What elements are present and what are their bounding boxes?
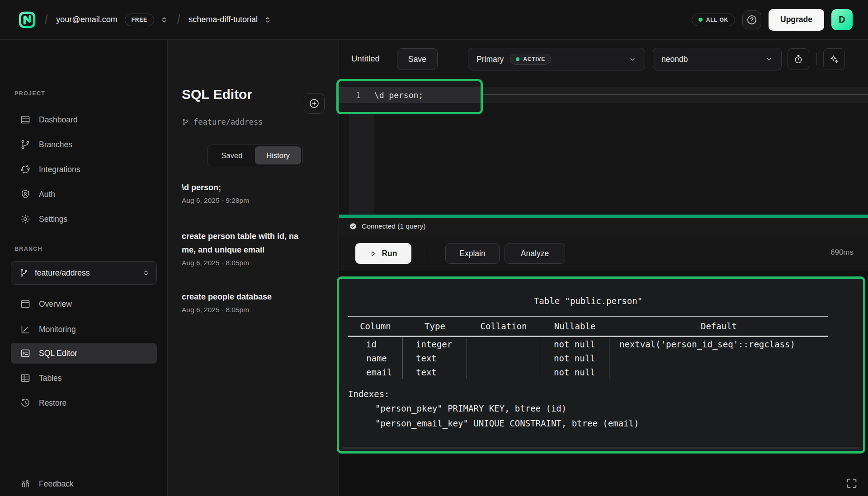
actions-row: Run Explain Analyze 690ms	[339, 235, 868, 271]
gear-icon	[20, 214, 31, 225]
status-dot-icon	[516, 57, 519, 61]
history-item-timestamp: Aug 6, 2025 - 9:28pm	[182, 197, 327, 205]
ai-assist-button[interactable]	[823, 48, 845, 70]
database-selector[interactable]: neondb	[653, 48, 782, 70]
sidebar-item-label: Branches	[39, 140, 72, 150]
panel-branch-name: feature/address	[193, 117, 263, 126]
query-duration: 690ms	[830, 248, 854, 257]
sidebar-item-feedback[interactable]: Feedback	[11, 473, 157, 494]
table-icon	[20, 373, 31, 384]
sidebar-item-branches[interactable]: Branches	[11, 134, 157, 155]
branch-selector[interactable]: feature/address	[11, 261, 157, 285]
auth-shield-icon	[20, 189, 31, 200]
column-header: Collation	[467, 321, 540, 331]
sidebar-item-label: Dashboard	[39, 115, 78, 125]
column-header: Nullable	[540, 321, 609, 331]
tab-history[interactable]: History	[255, 146, 301, 164]
tab-saved[interactable]: Saved	[209, 146, 255, 164]
sql-editor-panel: SQL Editor feature/address Saved History…	[168, 40, 339, 496]
topbar: / your@email.com FREE / schema-diff-tuto…	[0, 0, 868, 40]
run-button[interactable]: Run	[355, 243, 411, 264]
sidebar-item-label: Monitoring	[39, 325, 76, 334]
sidebar-item-label: Settings	[39, 215, 67, 224]
cell-type: text	[403, 353, 437, 363]
feedback-people-icon	[20, 478, 31, 489]
page-title: SQL Editor	[182, 87, 252, 102]
sidebar-item-tables[interactable]: Tables	[11, 368, 157, 388]
sidebar-item-label: Overview	[39, 299, 72, 309]
sidebar-item-label: Restore	[39, 398, 66, 408]
git-branch-icon	[19, 268, 28, 277]
sidebar-item-settings[interactable]: Settings	[11, 209, 157, 229]
cell-type: integer	[403, 339, 452, 349]
column-header: Type	[403, 321, 467, 331]
project-name[interactable]: schema-diff-tutorial	[189, 15, 258, 24]
code-line[interactable]: 1 \d person;	[339, 87, 481, 103]
query-tab-title[interactable]: Untitled	[351, 54, 380, 64]
cell-type: text	[403, 367, 437, 377]
project-switcher-chevrons-icon[interactable]	[263, 15, 272, 24]
new-query-button[interactable]	[304, 93, 325, 114]
check-circle-icon	[349, 222, 357, 230]
sql-editor-icon	[20, 348, 31, 359]
status-badge[interactable]: ALL OK	[692, 14, 735, 26]
sidebar: PROJECT Dashboard Branches Integrations …	[0, 40, 168, 496]
help-button[interactable]	[742, 10, 761, 29]
database-selector-value: neondb	[661, 55, 688, 64]
chevron-down-icon	[628, 55, 637, 63]
sidebar-item-label: SQL Editor	[39, 349, 77, 358]
compute-selector-value: Primary	[476, 55, 504, 64]
history-item-title: \d person;	[182, 181, 327, 194]
sidebar-item-dashboard[interactable]: Dashboard	[11, 109, 157, 130]
account-switcher-chevrons-icon[interactable]	[160, 15, 169, 24]
chevron-down-icon	[765, 55, 773, 63]
sidebar-item-overview[interactable]: Overview	[11, 294, 157, 314]
indexes-label: Indexes:	[348, 389, 828, 399]
results-hscrollbar[interactable]	[343, 447, 859, 449]
account-email[interactable]: your@email.com	[56, 15, 117, 24]
compute-selector[interactable]: Primary ACTIVE	[468, 48, 645, 70]
sidebar-item-label: Integrations	[39, 165, 80, 174]
git-branch-icon	[182, 118, 189, 126]
expand-results-button[interactable]	[845, 477, 858, 490]
sidebar-item-integrations[interactable]: Integrations	[11, 159, 157, 180]
editor-hscrollbar[interactable]	[483, 94, 868, 95]
sidebar-item-restore[interactable]: Restore	[11, 393, 157, 413]
compute-status-badge: ACTIVE	[510, 54, 551, 65]
history-item[interactable]: create people database Aug 6, 2025 - 8:0…	[182, 290, 327, 314]
column-header: Default	[609, 321, 828, 331]
history-item[interactable]: \d person; Aug 6, 2025 - 9:28pm	[182, 181, 327, 205]
neon-logo-icon[interactable]	[18, 11, 36, 29]
status-dot-icon	[698, 18, 703, 22]
sidebar-item-sql-editor[interactable]: SQL Editor	[11, 343, 157, 364]
avatar[interactable]: D	[831, 9, 853, 30]
panel-branch: feature/address	[182, 117, 263, 126]
cell-default: nextval('person_id_seq'::regclass)	[609, 339, 795, 349]
breadcrumb-separator: /	[177, 12, 180, 28]
upgrade-button[interactable]: Upgrade	[769, 9, 824, 31]
table-row: name text not null	[348, 351, 828, 365]
sidebar-item-monitoring[interactable]: Monitoring	[11, 319, 157, 340]
sidebar-item-label: Auth	[39, 190, 55, 199]
column-header: Column	[348, 321, 403, 331]
sidebar-item-label: Tables	[39, 374, 62, 383]
save-button[interactable]: Save	[397, 48, 438, 70]
history-item-timestamp: Aug 6, 2025 - 8:05pm	[182, 259, 327, 267]
analyze-button[interactable]: Analyze	[505, 243, 565, 264]
history-clock-icon	[20, 398, 31, 408]
table-row: id integer not null nextval('person_id_s…	[348, 337, 828, 351]
query-timing-button[interactable]	[788, 48, 809, 70]
sidebar-item-auth[interactable]: Auth	[11, 184, 157, 205]
table-header-row: Column Type Collation Nullable Default	[348, 317, 828, 336]
window-icon	[20, 114, 31, 125]
pane-resize-handle[interactable]	[339, 215, 868, 218]
toolbar-separator	[816, 53, 817, 66]
chevrons-up-down-icon	[142, 269, 150, 277]
explain-button[interactable]: Explain	[445, 243, 500, 264]
psql-output: Table "public.person" Column Type Collat…	[348, 279, 828, 429]
history-item[interactable]: create person table with id, name, and u…	[182, 229, 327, 267]
cell-nullable: not null	[540, 339, 595, 349]
cell-default	[609, 353, 619, 363]
window-icon	[20, 299, 31, 309]
code-editor[interactable]: 1 \d person;	[339, 79, 868, 215]
